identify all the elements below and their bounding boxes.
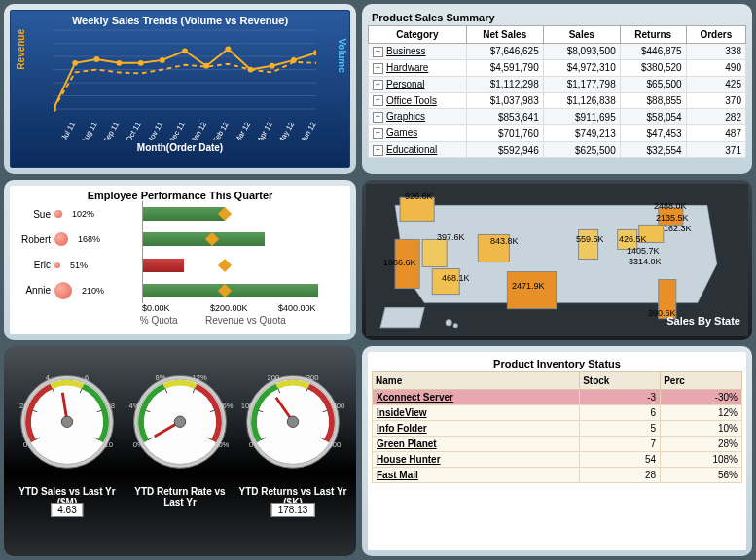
map-label-wa: 926.6K (405, 192, 433, 201)
svg-point-104 (287, 416, 298, 427)
map-label-il: 559.5K (576, 234, 604, 244)
svg-point-28 (270, 63, 275, 69)
expand-icon[interactable]: + (373, 145, 383, 156)
ep-legend-quota: % Quota (115, 315, 202, 326)
ps-col[interactable]: Net Sales (466, 26, 543, 44)
category-link[interactable]: Office Tools (386, 95, 437, 106)
svg-text:12%: 12% (192, 373, 206, 382)
svg-point-19 (72, 60, 78, 66)
product-sales-title: Product Sales Summary (368, 10, 746, 25)
svg-point-72 (61, 416, 72, 427)
gauge-returns-value: 178.13 (271, 503, 315, 517)
expand-icon[interactable]: + (373, 63, 383, 74)
us-map[interactable]: 926.6K 1686.6K 397.6K 468.1K 843.8K 2471… (366, 184, 748, 336)
category-link[interactable]: Educational (386, 144, 437, 155)
table-row: Fast Mail 2856% (373, 468, 742, 483)
emp-bar[interactable] (143, 259, 184, 272)
svg-text:Feb 12: Feb 12 (211, 121, 231, 140)
quota-marker-icon (218, 259, 232, 272)
svg-text:Jun 11: Jun 11 (54, 121, 55, 140)
ep-legend-revenue: Revenue vs Quota (205, 315, 286, 326)
svg-text:Aug 11: Aug 11 (80, 121, 99, 140)
table-row: +Educational $592,946$625,500$32,554371 (369, 142, 746, 158)
product-sales-panel: Product Sales Summary CategoryNet SalesS… (362, 4, 752, 174)
category-link[interactable]: Games (386, 127, 417, 138)
product-link[interactable]: Fast Mail (377, 470, 418, 480)
svg-point-88 (174, 416, 185, 427)
product-link[interactable]: InsideView (377, 407, 427, 418)
svg-text:100: 100 (241, 402, 254, 410)
employee-performance-panel: Employee Performance This Quarter SueRob… (4, 180, 356, 340)
svg-text:4%: 4% (129, 402, 140, 410)
ws-xlabel: Month(Order Date) (15, 142, 345, 153)
emp-bar[interactable] (143, 232, 265, 246)
gauge-returns[interactable]: 0100200300400500 178.13 YTD Returns vs L… (237, 354, 348, 548)
weekly-sales-panel: Weekly Sales Trends (Volume vs Revenue) … (4, 4, 356, 174)
table-row: +Office Tools $1,037,983$1,126,838$88,85… (369, 92, 746, 109)
table-row: +Hardware $4,591,790$4,972,310$380,52049… (369, 59, 746, 76)
map-label-ca: 1686.6K (383, 258, 416, 267)
map-label-oh: 426.5K (619, 234, 647, 244)
svg-text:400: 400 (333, 402, 345, 410)
ep-xtick: $400.00K (278, 303, 346, 313)
expand-icon[interactable]: + (373, 128, 383, 139)
svg-point-30 (313, 50, 316, 55)
expand-icon[interactable]: + (373, 95, 383, 106)
category-link[interactable]: Hardware (386, 62, 428, 73)
svg-text:300: 300 (306, 373, 319, 382)
table-row: +Personal $1,112,298$1,177,798$65,500425 (369, 76, 746, 92)
expand-icon[interactable]: + (373, 112, 383, 122)
svg-text:500: 500 (328, 440, 341, 449)
inv-col[interactable]: Stock (580, 372, 661, 390)
map-label-nv: 397.6K (437, 232, 465, 242)
category-link[interactable]: Personal (386, 79, 424, 89)
inv-col[interactable]: Name (373, 372, 580, 390)
svg-text:Oct 11: Oct 11 (125, 121, 143, 140)
inv-col[interactable]: Perc (661, 372, 742, 390)
category-link[interactable]: Graphics (386, 111, 425, 122)
svg-text:0%: 0% (133, 440, 144, 449)
svg-text:Nov 11: Nov 11 (145, 121, 164, 140)
table-row: +Games $701,760$749,213$47,453487 (369, 125, 746, 142)
svg-text:2: 2 (19, 402, 23, 410)
weekly-sales-chart[interactable]: $0.0M$0.1M$0.2M $0.3M$0.4M$0.5M$0.6M 050… (54, 28, 316, 140)
expand-icon[interactable]: + (373, 47, 383, 57)
product-link[interactable]: Green Planet (377, 438, 437, 449)
weekly-sales-title: Weekly Sales Trends (Volume vs Revenue) (15, 15, 345, 26)
product-link[interactable]: Xconnect Server (377, 392, 453, 402)
ps-col[interactable]: Sales (543, 26, 620, 44)
ps-col[interactable]: Category (369, 26, 467, 44)
expand-icon[interactable]: + (373, 80, 383, 90)
table-row: +Business $7,646,625$8,093,500$446,87533… (369, 44, 746, 60)
ps-col[interactable]: Orders (686, 26, 745, 44)
svg-text:May 12: May 12 (276, 121, 296, 140)
emp-bar[interactable] (143, 207, 225, 221)
gauge-return-rate[interactable]: 0%4%8%12%16%20% YTD Return Rate vs Last … (125, 354, 235, 548)
map-label-pa: 1405.7K (627, 246, 660, 256)
svg-text:0: 0 (23, 440, 27, 449)
ps-col[interactable]: Returns (620, 26, 686, 44)
svg-text:Dec 11: Dec 11 (167, 121, 187, 140)
gauges-panel: 0246810 4.63 YTD Sales vs Last Yr ($M) 0… (4, 346, 356, 556)
sales-map-panel: 926.6K 1686.6K 397.6K 468.1K 843.8K 2471… (362, 180, 752, 340)
inventory-title: Product Inventory Status (372, 356, 742, 371)
svg-text:4: 4 (46, 373, 50, 382)
map-label-co: 843.8K (490, 236, 519, 246)
category-link[interactable]: Business (386, 46, 426, 56)
svg-text:200: 200 (268, 373, 280, 382)
product-link[interactable]: House Hunter (377, 454, 441, 465)
svg-text:6: 6 (85, 373, 89, 382)
table-row: InsideView 612% (373, 405, 742, 421)
svg-text:Jul 11: Jul 11 (59, 121, 77, 140)
ws-ylabel-left: Revenue (16, 28, 26, 69)
gauge-sales[interactable]: 0246810 4.63 YTD Sales vs Last Yr ($M) (12, 354, 123, 548)
table-row: Xconnect Server -3-30% (373, 390, 742, 405)
gauge-return-rate-label: YTD Return Rate vs Last Yr (125, 486, 235, 508)
product-link[interactable]: Info Folder (377, 423, 427, 434)
svg-text:Apr 12: Apr 12 (256, 121, 274, 140)
table-row: Info Folder 510% (373, 421, 742, 437)
svg-text:10: 10 (105, 440, 113, 449)
svg-text:16%: 16% (218, 402, 233, 410)
svg-rect-46 (422, 239, 447, 266)
svg-text:20%: 20% (214, 440, 229, 449)
